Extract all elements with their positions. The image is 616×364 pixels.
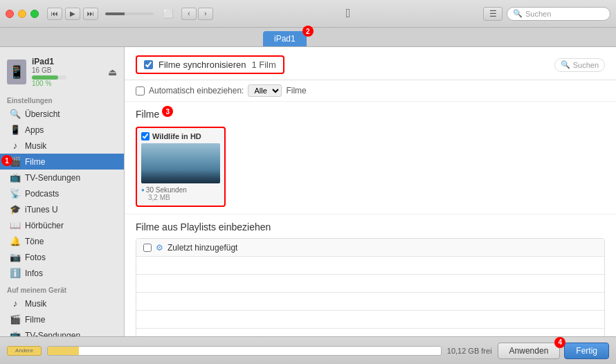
andere-segment: Andere — [7, 346, 42, 356]
auto-include-label: Automatisch einbeziehen: — [149, 86, 244, 95]
apple-logo-icon:  — [346, 6, 351, 21]
andere-label: Andere — [15, 347, 33, 354]
sidebar-item-label: Fotos — [25, 253, 46, 262]
storage-label-group: Andere — [7, 346, 42, 356]
content-search[interactable]: 🔍 Suchen — [554, 58, 605, 72]
sidebar-item-label: Töne — [25, 237, 44, 246]
infos-icon: ℹ️ — [10, 268, 21, 278]
main-layout: 📱 iPad1 16 GB 100 % ⏏ Einstellungen 🔍 Üb… — [0, 47, 616, 336]
playlist-checkbox[interactable] — [143, 244, 152, 252]
search-placeholder: Suchen — [525, 10, 551, 18]
hoerbuecher-icon: 📖 — [10, 220, 21, 230]
film-item: Wildlife in HD ● 30 Sekunden 3,2 MB — [136, 127, 226, 207]
sidebar-item-filme-wrapper: 🎬 Filme 1 — [0, 154, 124, 170]
storage-bar — [47, 346, 442, 356]
g-filme-icon: 🎬 — [10, 314, 21, 325]
sidebar-item-apps[interactable]: 📱 Apps — [0, 122, 124, 138]
search-icon: 🔍 — [561, 60, 570, 69]
playlist-label: Zuletzt hinzugefügt — [167, 243, 237, 253]
device-icon: 📱 — [7, 60, 26, 84]
sync-header: Filme synchronisieren 1 Film 🔍 Suchen — [125, 47, 616, 80]
back-button[interactable]: ‹ — [181, 8, 197, 20]
action-buttons: 4 Anwenden Fertig — [498, 343, 609, 359]
eject-button[interactable]: ⏏ — [108, 66, 117, 78]
auto-include-checkbox[interactable] — [136, 87, 145, 95]
sidebar-item-itunes-u[interactable]: 🎓 iTunes U — [0, 201, 124, 217]
maximize-button[interactable] — [30, 10, 39, 18]
device-tab[interactable]: iPad1 — [263, 31, 307, 46]
sync-label: Filme synchronisieren — [158, 60, 246, 70]
sidebar-item-uebersicht[interactable]: 🔍 Übersicht — [0, 106, 124, 122]
film-duration-row: ● 30 Sekunden — [141, 186, 220, 194]
sidebar: 📱 iPad1 16 GB 100 % ⏏ Einstellungen 🔍 Üb… — [0, 47, 125, 336]
battery-percent: 100 % — [32, 80, 102, 87]
sidebar-item-label: TV-Sendungen — [25, 331, 80, 337]
filme-section: Filme 3 Wildlife in HD ● 30 Sekunden — [125, 102, 616, 214]
film-size: 3,2 MB — [141, 194, 220, 201]
film-dot-icon: ● — [141, 187, 145, 193]
playlist-row-empty-4 — [136, 311, 604, 329]
sidebar-item-label: Infos — [25, 269, 43, 278]
annotation-4: 4 — [554, 337, 565, 348]
skip-forward-button[interactable]: ⏭ — [83, 8, 98, 20]
filme-icon: 🎬 — [10, 156, 21, 167]
forward-button[interactable]: › — [198, 8, 213, 20]
playlists-section: Filme aus Playlists einbeziehen ⚙ Zuletz… — [125, 214, 616, 336]
playlist-list: ⚙ Zuletzt hinzugefügt — [136, 238, 605, 336]
fotos-icon: 📷 — [10, 252, 21, 262]
sidebar-item-g-filme[interactable]: 🎬 Filme — [0, 311, 124, 327]
playlist-row-empty-1 — [136, 257, 604, 275]
list-view-button[interactable]: ☰ — [483, 7, 502, 21]
annotation-2: 2 — [302, 26, 314, 37]
sidebar-item-g-musik[interactable]: ♪ Musik — [0, 295, 124, 311]
einstellungen-label: Einstellungen — [0, 91, 124, 106]
content-area: Filme synchronisieren 1 Film 🔍 Suchen Au… — [125, 47, 616, 336]
sidebar-item-g-tv[interactable]: 📺 TV-Sendungen — [0, 327, 124, 336]
device-details: iPad1 16 GB 100 % — [32, 57, 102, 87]
film-header: Wildlife in HD — [141, 132, 220, 140]
sidebar-item-musik[interactable]: ♪ Musik — [0, 138, 124, 154]
sidebar-item-podcasts[interactable]: 📡 Podcasts — [0, 185, 124, 201]
volume-slider[interactable] — [105, 12, 154, 15]
sidebar-item-fotos[interactable]: 📷 Fotos — [0, 249, 124, 265]
sidebar-item-label: Musik — [25, 141, 46, 151]
fertig-button[interactable]: Fertig — [564, 343, 609, 359]
podcasts-icon: 📡 — [10, 188, 21, 199]
global-search[interactable]: 🔍 Suchen — [507, 7, 610, 21]
sidebar-item-label: Hörbücher — [25, 221, 64, 230]
sync-title-box: Filme synchronisieren 1 Film — [136, 55, 284, 74]
device-info: 📱 iPad1 16 GB 100 % ⏏ — [0, 53, 124, 91]
sidebar-item-filme[interactable]: 🎬 Filme — [0, 154, 124, 170]
sidebar-item-toene[interactable]: 🔔 Töne — [0, 233, 124, 249]
auto-include-select[interactable]: Alle — [248, 84, 282, 97]
skip-back-button[interactable]: ⏮ — [47, 8, 62, 20]
auto-include-suffix: Filme — [286, 86, 306, 95]
anwenden-button[interactable]: Anwenden — [498, 343, 561, 359]
sidebar-item-hoerbuecher[interactable]: 📖 Hörbücher — [0, 217, 124, 233]
close-button[interactable] — [6, 10, 14, 18]
minimize-button[interactable] — [18, 10, 26, 18]
play-button[interactable]: ▶ — [65, 8, 80, 20]
sync-count: 1 Film — [251, 60, 275, 70]
sidebar-item-label: Musik — [25, 299, 46, 309]
device-tab-container: 2 iPad1 — [263, 31, 307, 46]
playlist-icon: ⚙ — [156, 243, 163, 253]
tv-icon: 📺 — [10, 172, 21, 183]
annotation-3: 3 — [162, 106, 173, 117]
g-tv-icon: 📺 — [10, 330, 21, 336]
film-name: Wildlife in HD — [152, 132, 201, 140]
toene-icon: 🔔 — [10, 236, 21, 246]
film-gradient — [141, 170, 220, 183]
traffic-lights — [6, 10, 39, 18]
playlist-row-empty-2 — [136, 275, 604, 293]
storage-free — [79, 347, 440, 355]
sidebar-item-infos[interactable]: ℹ️ Infos — [0, 265, 124, 281]
film-checkbox[interactable] — [141, 132, 150, 140]
films-grid: Wildlife in HD ● 30 Sekunden 3,2 MB — [136, 127, 605, 207]
sidebar-item-label: TV-Sendungen — [25, 173, 80, 183]
sidebar-item-tv-sendungen[interactable]: 📺 TV-Sendungen — [0, 170, 124, 185]
airplay-button[interactable]: ⬜ — [161, 8, 176, 20]
titlebar-center:  — [213, 6, 483, 21]
sync-checkbox[interactable] — [144, 60, 153, 69]
filme-section-title-wrapper: Filme 3 — [136, 109, 159, 127]
